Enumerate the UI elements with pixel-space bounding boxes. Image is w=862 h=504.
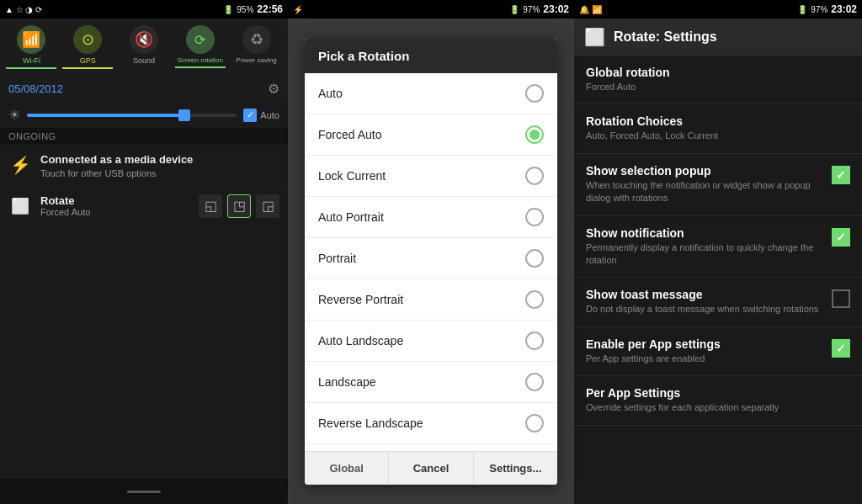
dialog-item-label-2: Lock Current — [318, 169, 386, 183]
battery-percent-1: 95% — [237, 5, 253, 14]
settings-item-show-selection-popup[interactable]: Show selection popupWhen touching the no… — [574, 154, 862, 216]
qs-power-label: Power saving — [237, 56, 277, 64]
quick-settings-row: 📶 Wi-Fi ⊙ GPS 🔇 Sound ⟳ Screen rotation … — [0, 19, 288, 76]
qs-wifi[interactable]: 📶 Wi-Fi — [6, 25, 56, 69]
settings-button[interactable]: Settings... — [474, 452, 557, 485]
status-left-2: ⚡ — [293, 5, 303, 14]
qs-gps-label: GPS — [80, 56, 96, 65]
dialog-item-lock-current[interactable]: Lock Current — [305, 156, 557, 197]
nav-home-indicator — [127, 491, 161, 493]
usb-notif-title: Connected as a media device — [40, 153, 279, 167]
rotate-notif-icon: ⬜ — [8, 194, 32, 218]
screen-rotation-icon: ⟳ — [186, 25, 215, 54]
rotate-action-1[interactable]: ◳ — [227, 194, 251, 218]
panel-quick-settings: ▲ ☆ ◑ ⟳ 🔋 95% 22:56 📶 Wi-Fi ⊙ GPS 🔇 Soun… — [0, 0, 288, 504]
brightness-slider[interactable] — [27, 114, 237, 117]
dialog-item-reverse-portrait[interactable]: Reverse Portrait — [305, 279, 557, 321]
radio-circle-4 — [525, 249, 544, 268]
panel-rotate-settings: 🔔 📶 🔋 97% 23:02 ⬜ Rotate: Settings Globa… — [574, 0, 862, 504]
dialog-item-label-3: Auto Portrait — [318, 210, 384, 224]
gps-icon: ⊙ — [73, 25, 102, 54]
rotate-notif-title: Rotate — [40, 194, 199, 207]
rotate-action-0[interactable]: ◱ — [199, 194, 222, 218]
usb-notif-sub: Touch for other USB options — [40, 168, 279, 178]
settings-item-title-per-app-settings: Per App Settings — [586, 386, 843, 400]
dialog-title: Pick a Rotation — [305, 39, 557, 73]
dialog-item-landscape[interactable]: Landscape — [305, 362, 557, 403]
status-right-1: 🔋 95% 22:56 — [223, 3, 283, 15]
dialog-item-label-8: Reverse Landscape — [318, 416, 423, 430]
time-2: 23:02 — [543, 3, 569, 15]
radio-inner-1 — [529, 130, 540, 140]
ongoing-header: Ongoing — [0, 128, 288, 145]
dialog-item-reverse-landscape[interactable]: Reverse Landscape — [305, 403, 557, 444]
radio-circle-6 — [525, 332, 544, 350]
panel-rotation-dialog: ⚡ 🔋 97% 23:02 Pick a Rotation AutoForced… — [288, 0, 574, 504]
settings-item-show-notification[interactable]: Show notificationPermanently display a n… — [574, 216, 862, 279]
rotate-notification[interactable]: ⬜ Rotate Forced Auto ◱ ◳ ◲ — [0, 188, 288, 225]
status-bar-3: 🔔 📶 🔋 97% 23:02 — [574, 0, 862, 19]
settings-item-show-toast[interactable]: Show toast messageDo not display a toast… — [574, 278, 862, 326]
rotate-notif-text: Rotate Forced Auto — [40, 194, 199, 217]
dialog-item-portrait[interactable]: Portrait — [305, 238, 557, 279]
rotate-actions: ◱ ◳ ◲ — [199, 194, 279, 218]
nav-bar-1 — [0, 479, 288, 504]
settings-item-per-app-settings[interactable]: Per App SettingsOverride settings for ea… — [574, 376, 862, 425]
settings-checkbox-show-selection-popup[interactable]: ✓ — [832, 166, 850, 184]
settings-checkbox-show-notification[interactable]: ✓ — [832, 228, 850, 247]
dialog-item-manual[interactable]: Manual — [305, 444, 557, 451]
notification-list: ⚡ Connected as a media device Touch for … — [0, 145, 288, 479]
status-left-icons: ▲ ☆ ◑ ⟳ — [5, 5, 42, 14]
dialog-item-forced-auto[interactable]: Forced Auto — [305, 114, 557, 156]
settings-item-text-enable-per-app: Enable per App settingsPer App settings … — [586, 337, 825, 365]
usb-notif-text: Connected as a media device Touch for ot… — [40, 153, 279, 178]
dialog-item-label-5: Reverse Portrait — [318, 293, 403, 306]
settings-header-title: Rotate: Settings — [614, 29, 717, 45]
status-right-3: 🔋 97% 23:02 — [797, 3, 857, 15]
settings-item-global-rotation[interactable]: Global rotationForced Auto — [574, 56, 862, 104]
settings-item-text-per-app-settings: Per App SettingsOverride settings for ea… — [586, 386, 843, 414]
brightness-icon: ☀ — [8, 107, 20, 123]
settings-item-title-global-rotation: Global rotation — [586, 66, 843, 79]
dialog-background: Pick a Rotation AutoForced AutoLock Curr… — [288, 19, 574, 504]
qs-gps[interactable]: ⊙ GPS — [62, 25, 113, 69]
dialog-item-auto-portrait[interactable]: Auto Portrait — [305, 197, 557, 238]
settings-item-title-show-selection-popup: Show selection popup — [586, 164, 825, 178]
settings-checkbox-enable-per-app[interactable]: ✓ — [832, 339, 850, 358]
checkmark-show-notification: ✓ — [836, 231, 846, 244]
radio-circle-2 — [525, 167, 544, 185]
usb-notification[interactable]: ⚡ Connected as a media device Touch for … — [0, 145, 288, 188]
qs-screen-rotation[interactable]: ⟳ Screen rotation — [175, 25, 226, 69]
settings-item-text-global-rotation: Global rotationForced Auto — [586, 66, 843, 93]
radio-circle-3 — [525, 208, 544, 226]
brightness-row: ☀ ✓ Auto — [0, 102, 288, 128]
settings-items-list: Global rotationForced AutoRotation Choic… — [574, 56, 862, 504]
qs-power-saving[interactable]: ♻ Power saving — [231, 25, 282, 69]
qs-sound[interactable]: 🔇 Sound — [119, 25, 169, 69]
date-row: 05/08/2012 ⚙ — [0, 76, 288, 102]
checkmark-enable-per-app: ✓ — [836, 342, 846, 355]
dialog-item-label-0: Auto — [318, 87, 343, 100]
rotate-action-2[interactable]: ◲ — [256, 194, 279, 218]
settings-gear-button[interactable]: ⚙ — [268, 81, 279, 97]
dialog-items-list: AutoForced AutoLock CurrentAuto Portrait… — [305, 73, 557, 451]
dialog-item-auto[interactable]: Auto — [305, 73, 557, 114]
cancel-button[interactable]: Cancel — [389, 452, 473, 485]
global-button[interactable]: Global — [305, 452, 389, 485]
settings-item-sub-show-notification: Permanently display a notification to qu… — [586, 241, 825, 268]
settings-item-sub-per-app-settings: Override settings for each application s… — [586, 401, 843, 414]
status-bar-1: ▲ ☆ ◑ ⟳ 🔋 95% 22:56 — [0, 0, 288, 19]
radio-circle-1 — [525, 125, 544, 144]
qs-wifi-underline — [6, 67, 56, 69]
brightness-thumb — [178, 109, 190, 121]
auto-brightness-toggle[interactable]: ✓ Auto — [243, 109, 279, 122]
settings-item-enable-per-app[interactable]: Enable per App settingsPer App settings … — [574, 327, 862, 376]
settings-header-icon: ⬜ — [584, 27, 605, 47]
settings-item-rotation-choices[interactable]: Rotation ChoicesAuto, Forced Auto, Lock … — [574, 104, 862, 153]
settings-checkbox-show-toast[interactable] — [832, 289, 850, 308]
dialog-item-auto-landscape[interactable]: Auto Landscape — [305, 321, 557, 362]
sound-icon: 🔇 — [130, 25, 158, 54]
settings-item-sub-show-toast: Do not display a toast message when swit… — [586, 303, 825, 316]
status-left-3: 🔔 📶 — [579, 5, 602, 14]
checkmark-show-selection-popup: ✓ — [836, 168, 846, 182]
